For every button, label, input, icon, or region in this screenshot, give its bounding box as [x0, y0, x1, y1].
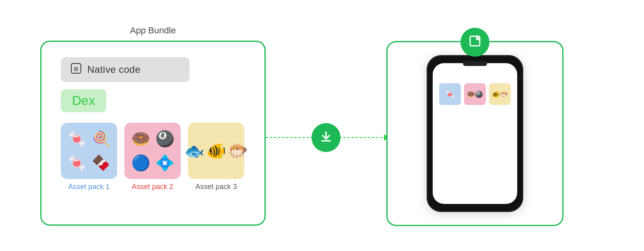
- asset-pack-2-image: 🍩 🎱 🔵 💠: [124, 123, 181, 179]
- diagram: App Bundle ⊞ Native code Dex: [40, 13, 604, 238]
- asset-pack-1-image: 🍬 🍭 🍬 🍫: [61, 123, 117, 179]
- fish-2: 🐠: [206, 142, 226, 160]
- shape-4: 💠: [155, 154, 174, 172]
- download-circle: [312, 123, 341, 152]
- phone-candy-icon: 🍬: [445, 89, 455, 99]
- phone-asset-mini-1: 🍬: [439, 83, 461, 105]
- arrow-section: [266, 126, 386, 150]
- fish-1: 🐟: [184, 142, 204, 160]
- native-code-icon: ⊞: [70, 63, 82, 76]
- app-bundle-section: App Bundle ⊞ Native code Dex: [40, 25, 266, 226]
- export-circle: [460, 28, 489, 57]
- phone-asset-mini-3: 🐠🐡: [489, 83, 511, 105]
- phone-notch: [463, 61, 487, 66]
- asset-pack-2-grid: 🍩 🎱 🔵 💠: [128, 127, 177, 175]
- phone-outer-box: 🍬 🍩🎱 🐠🐡: [386, 41, 564, 226]
- phone-section: 🍬 🍩🎱 🐠🐡: [386, 41, 564, 226]
- candy-3: 🍬: [68, 154, 87, 172]
- phone-fish-icon: 🐠🐡: [492, 91, 508, 98]
- phone-screen: 🍬 🍩🎱 🐠🐡: [433, 63, 517, 204]
- dex-label: Dex: [72, 93, 95, 108]
- asset-pack-3-row: 🐟 🐠 🐡: [192, 127, 240, 175]
- asset-pack-2-label: Asset pack 2: [132, 182, 173, 191]
- phone-shape-icon: 🍩🎱: [467, 91, 483, 98]
- shape-1: 🍩: [131, 130, 150, 148]
- asset-pack-2: 🍩 🎱 🔵 💠 Asset pack 2: [124, 123, 181, 191]
- asset-pack-3: 🐟 🐠 🐡 Asset pack 3: [188, 123, 244, 191]
- dex-pill: Dex: [61, 89, 106, 112]
- app-bundle-label: App Bundle: [130, 25, 176, 36]
- candy-4: 🍫: [92, 154, 111, 172]
- asset-pack-1-grid: 🍬 🍭 🍬 🍫: [65, 127, 113, 175]
- phone-asset-mini-2: 🍩🎱: [464, 83, 486, 105]
- download-icon: [319, 130, 333, 146]
- native-code-text: Native code: [87, 64, 140, 75]
- native-code-pill: ⊞ Native code: [61, 57, 190, 82]
- asset-packs-row: 🍬 🍭 🍬 🍫 Asset pack 1 🍩 🎱: [61, 123, 253, 191]
- asset-pack-3-label: Asset pack 3: [195, 182, 237, 191]
- svg-text:⊞: ⊞: [74, 66, 78, 72]
- app-bundle-box: ⊞ Native code Dex 🍬 🍭 🍬: [40, 41, 266, 226]
- phone-device: 🍬 🍩🎱 🐠🐡: [427, 55, 523, 212]
- asset-pack-1-label: Asset pack 1: [68, 182, 109, 191]
- phone-asset-row: 🍬 🍩🎱 🐠🐡: [439, 83, 511, 105]
- candy-2: 🍭: [92, 130, 111, 148]
- asset-pack-3-image: 🐟 🐠 🐡: [188, 123, 244, 179]
- shape-3: 🔵: [131, 154, 150, 172]
- fish-3: 🐡: [228, 142, 248, 160]
- candy-1: 🍬: [68, 130, 87, 148]
- shape-2: 🎱: [155, 130, 174, 148]
- asset-pack-1: 🍬 🍭 🍬 🍫 Asset pack 1: [61, 123, 117, 191]
- export-icon: [468, 34, 482, 51]
